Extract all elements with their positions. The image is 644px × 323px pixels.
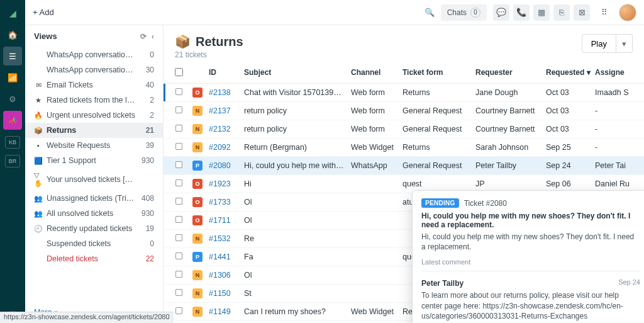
sidebar-item[interactable]: WhatsApp conversations - Assig…0: [25, 47, 163, 62]
rail-announce[interactable]: 📣: [3, 111, 22, 130]
sidebar-item[interactable]: Suspended tickets0: [25, 236, 163, 251]
refresh-icon[interactable]: ⟳: [140, 32, 147, 41]
table-row[interactable]: N#2137return policyWeb formGeneral Reque…: [164, 102, 644, 120]
help-icon[interactable]: ⎘: [553, 4, 570, 21]
sidebar-item[interactable]: ★Rated tickets from the last 7 d…2: [25, 93, 163, 108]
row-checkbox[interactable]: [175, 125, 182, 132]
row-checkbox[interactable]: [175, 106, 182, 113]
sidebar-item[interactable]: Deleted tickets22: [25, 251, 163, 266]
ticket-form: quest: [402, 179, 475, 188]
view-count: 0: [140, 50, 154, 59]
col-assignee[interactable]: Assigne: [595, 68, 633, 78]
view-icon: 📦: [34, 127, 43, 135]
sidebar-item[interactable]: ▪Website Requests39: [25, 138, 163, 153]
ticket-form: General Request: [402, 106, 475, 115]
ticket-subject: Hi, could you help me with my new shoes?…: [244, 161, 351, 170]
col-ticket-form[interactable]: Ticket form: [402, 68, 475, 78]
rail-br[interactable]: BR: [5, 155, 20, 167]
sidebar-item[interactable]: ▽ ✋Your unsolved tickets [Skil…: [25, 168, 163, 191]
row-checkbox[interactable]: [175, 198, 182, 205]
view-label: Returns: [47, 126, 136, 135]
play-button[interactable]: Play: [582, 34, 616, 53]
col-id[interactable]: ID: [209, 68, 244, 78]
close-pane-icon[interactable]: ⊠: [574, 4, 590, 21]
page-icon: 📦: [175, 34, 191, 49]
chat-icon[interactable]: 💬: [493, 4, 509, 21]
view-icon: 🔥: [34, 111, 43, 120]
layout-icon[interactable]: ▦: [533, 4, 550, 21]
view-label: Email Tickets: [47, 81, 136, 89]
view-count: 0: [140, 239, 154, 248]
sidebar-item[interactable]: WhatsApp conversations - Unass…30: [25, 62, 163, 77]
col-requested[interactable]: Requested ▾: [546, 68, 595, 78]
row-checkbox[interactable]: [175, 307, 182, 314]
sidebar-item[interactable]: 📦Returns21: [25, 123, 163, 138]
ticket-assignee: -: [595, 143, 633, 152]
status-badge: N: [192, 124, 203, 134]
view-label: Urgent unresolved tickets: [47, 111, 136, 120]
view-label: Unassigned tickets (Triage): [47, 194, 136, 203]
add-button[interactable]: + Add: [33, 8, 54, 17]
ticket-subject: Chat with Visitor 1570139948: [244, 88, 351, 97]
row-checkbox[interactable]: [175, 88, 182, 95]
sidebar-item[interactable]: 👥All unsolved tickets930: [25, 206, 163, 221]
row-checkbox[interactable]: [175, 216, 182, 223]
row-checkbox[interactable]: [175, 289, 182, 296]
table-header: ID Subject Channel Ticket form Requester…: [164, 64, 644, 84]
row-checkbox[interactable]: [175, 179, 182, 186]
select-all-checkbox[interactable]: [175, 68, 183, 76]
sidebar-item[interactable]: 👥Unassigned tickets (Triage)408: [25, 191, 163, 206]
ticket-assignee: -: [595, 125, 633, 133]
row-checkbox[interactable]: [175, 252, 182, 259]
rail-admin[interactable]: ⚙: [3, 89, 22, 108]
rail-reports[interactable]: 📶: [3, 68, 22, 87]
ticket-subject: Re: [244, 234, 351, 243]
popover-latest-label: Latest comment: [421, 258, 640, 266]
col-channel[interactable]: Channel: [351, 68, 402, 78]
ticket-id: #1532: [209, 234, 244, 243]
row-checkbox[interactable]: [175, 234, 182, 241]
popover-comment: To learn more about our returns policy, …: [421, 290, 640, 321]
ticket-channel: Web Widget: [351, 143, 402, 152]
table-row[interactable]: N#2092Return (Bergman)Web WidgetReturnsS…: [164, 139, 644, 157]
popover-body: Hi, could you help me with my new shoes?…: [421, 232, 640, 252]
search-icon[interactable]: 🔍: [425, 8, 435, 17]
popover-author: Peter Tailby: [421, 279, 464, 288]
rail-home[interactable]: 🏠: [3, 25, 22, 44]
rail-views[interactable]: ☰: [3, 47, 22, 65]
sidebar-item[interactable]: 🔥Urgent unresolved tickets2: [25, 108, 163, 123]
table-row[interactable]: P#2080Hi, could you help me with my new …: [164, 157, 644, 175]
view-icon: ▪: [34, 142, 43, 149]
sidebar-title: Views: [34, 31, 57, 41]
sidebar-item[interactable]: 🟦Tier 1 Support930: [25, 153, 163, 168]
row-checkbox[interactable]: [175, 143, 182, 150]
table-row[interactable]: N#2132return policyWeb formGeneral Reque…: [164, 120, 644, 139]
phone-icon[interactable]: 📞: [513, 4, 530, 21]
view-label: Your unsolved tickets [Skil…: [47, 175, 136, 184]
sidebar-item[interactable]: 🕘Recently updated tickets19: [25, 221, 163, 236]
ticket-date: Sep 25: [546, 143, 595, 152]
ticket-form: Returns: [402, 88, 475, 97]
table-row[interactable]: O#2138Chat with Visitor 1570139948Web fo…: [164, 84, 644, 102]
collapse-icon[interactable]: ‹: [152, 32, 154, 41]
col-requester[interactable]: Requester: [475, 68, 546, 78]
popover-subject: Hi, could you help me with my new shoes?…: [421, 212, 640, 229]
ticket-subject: Return (Bergman): [244, 143, 351, 152]
row-checkbox[interactable]: [175, 161, 182, 168]
rail-kb[interactable]: KB: [5, 136, 20, 149]
popover-date: Sep 24: [618, 278, 640, 286]
ticket-requester: Peter Tailby: [475, 161, 546, 170]
avatar[interactable]: [619, 4, 636, 21]
view-label: Suspended tickets: [47, 239, 136, 248]
ticket-subject: Ol: [244, 271, 351, 280]
row-checkbox[interactable]: [175, 271, 182, 278]
play-dropdown[interactable]: ▾: [616, 34, 633, 53]
ticket-requester: Sarah Johnson: [475, 143, 546, 152]
col-subject[interactable]: Subject: [244, 68, 351, 78]
chats-pill[interactable]: Chats 0: [441, 4, 487, 21]
ticket-id: #1150: [209, 289, 244, 298]
ticket-id: #1711: [209, 216, 244, 225]
sidebar-item[interactable]: ✉Email Tickets40: [25, 77, 163, 93]
apps-grid-icon[interactable]: ⠿: [596, 4, 613, 21]
status-badge: P: [192, 161, 203, 171]
